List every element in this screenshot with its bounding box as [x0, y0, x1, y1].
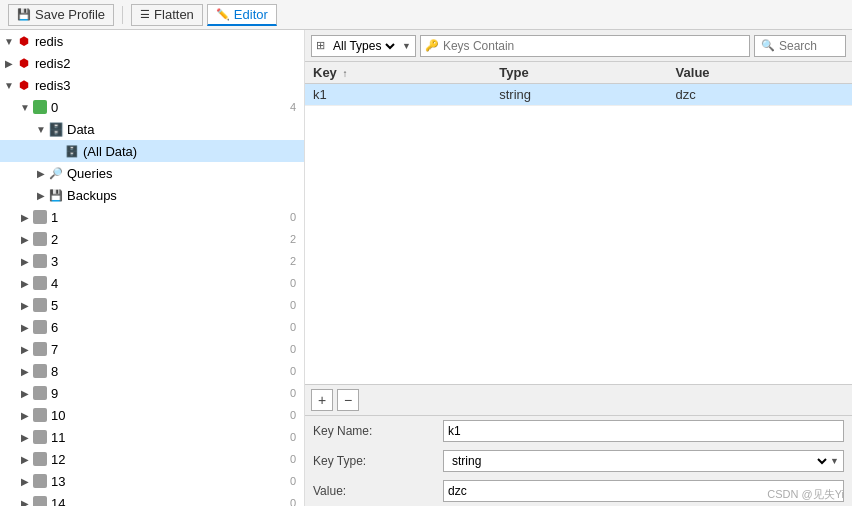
keys-contain-wrapper: 🔑	[420, 35, 750, 57]
sidebar-item-backups[interactable]: ▶ 💾 Backups	[0, 184, 304, 206]
sidebar-item-db11[interactable]: ▶110	[0, 426, 304, 448]
db5-count: 0	[290, 299, 300, 311]
search-icon: 🔍	[761, 39, 775, 52]
db13-icon	[32, 473, 48, 489]
queries-icon: 🔎	[48, 165, 64, 181]
col-type[interactable]: Type	[491, 62, 667, 84]
save-profile-button[interactable]: 💾 Save Profile	[8, 4, 114, 26]
add-button[interactable]: +	[311, 389, 333, 411]
db2-count: 2	[290, 233, 300, 245]
flatten-icon: ☰	[140, 8, 150, 21]
sidebar-item-redis2[interactable]: ▶ ⬢ redis2	[0, 52, 304, 74]
expand-arrow: ▶	[18, 432, 32, 443]
expand-arrow: ▶	[18, 410, 32, 421]
search-input[interactable]	[779, 39, 839, 53]
sidebar-item-db7[interactable]: ▶70	[0, 338, 304, 360]
keytype-select-wrap[interactable]: string hash list set zset ▼	[443, 450, 844, 472]
db10-icon	[32, 407, 48, 423]
db11-icon	[32, 429, 48, 445]
backups-label: Backups	[67, 188, 300, 203]
sidebar-item-db5[interactable]: ▶50	[0, 294, 304, 316]
db0-icon	[32, 99, 48, 115]
sidebar-item-redis[interactable]: ▼ ⬢ redis	[0, 30, 304, 52]
expand-arrow: ▶	[34, 190, 48, 201]
data-table-wrap: Key ↑ Type Value k1 string dzc	[305, 62, 852, 384]
sidebar-item-db0[interactable]: ▼ 0 4	[0, 96, 304, 118]
col-key[interactable]: Key ↑	[305, 62, 491, 84]
db13-label: 13	[51, 474, 290, 489]
flatten-button[interactable]: ☰ Flatten	[131, 4, 203, 26]
cell-key: k1	[305, 84, 491, 106]
sidebar-item-db8[interactable]: ▶80	[0, 360, 304, 382]
table-row[interactable]: k1 string dzc	[305, 84, 852, 106]
sort-arrow-icon: ↑	[342, 68, 347, 79]
sidebar-item-db3[interactable]: ▶32	[0, 250, 304, 272]
db6-count: 0	[290, 321, 300, 333]
sidebar: ▼ ⬢ redis ▶ ⬢ redis2 ▼ ⬢ redis3 ▼ 0 4 ▼ …	[0, 30, 305, 506]
expand-arrow: ▶	[18, 278, 32, 289]
sidebar-item-db4[interactable]: ▶40	[0, 272, 304, 294]
db10-label: 10	[51, 408, 290, 423]
db1-label: 1	[51, 210, 290, 225]
sidebar-item-data[interactable]: ▼ 🗄️ Data	[0, 118, 304, 140]
db11-count: 0	[290, 431, 300, 443]
cell-type: string	[491, 84, 667, 106]
sidebar-item-db2[interactable]: ▶22	[0, 228, 304, 250]
keytype-dropdown-icon: ▼	[830, 456, 839, 466]
backups-icon: 💾	[48, 187, 64, 203]
sidebar-item-db6[interactable]: ▶60	[0, 316, 304, 338]
db5-icon	[32, 297, 48, 313]
redis3-icon: ⬢	[16, 77, 32, 93]
db2-label: 2	[51, 232, 290, 247]
remove-button[interactable]: −	[337, 389, 359, 411]
sidebar-item-db9[interactable]: ▶90	[0, 382, 304, 404]
redis-icon: ⬢	[16, 33, 32, 49]
expand-arrow: ▶	[18, 300, 32, 311]
expand-arrow: ▶	[18, 498, 32, 507]
sidebar-item-db14[interactable]: ▶140	[0, 492, 304, 506]
expand-arrow: ▶	[18, 454, 32, 465]
redis2-label: redis2	[35, 56, 300, 71]
db4-label: 4	[51, 276, 290, 291]
keyname-input[interactable]	[443, 420, 844, 442]
sidebar-item-db13[interactable]: ▶130	[0, 470, 304, 492]
expand-arrow: ▶	[18, 344, 32, 355]
main-toolbar: 💾 Save Profile ☰ Flatten ✏️ Editor	[0, 0, 852, 30]
sidebar-item-db12[interactable]: ▶120	[0, 448, 304, 470]
keytype-select[interactable]: string hash list set zset	[448, 453, 830, 469]
editor-icon: ✏️	[216, 8, 230, 21]
db2-icon	[32, 231, 48, 247]
db3-label: 3	[51, 254, 290, 269]
sidebar-item-alldata[interactable]: 🗄️ (All Data)	[0, 140, 304, 162]
keys-contain-input[interactable]	[443, 39, 745, 53]
key-icon: 🔑	[425, 39, 439, 52]
main-layout: ▼ ⬢ redis ▶ ⬢ redis2 ▼ ⬢ redis3 ▼ 0 4 ▼ …	[0, 30, 852, 506]
type-select[interactable]: All Types string hash list set zset	[329, 38, 398, 54]
sidebar-item-db10[interactable]: ▶100	[0, 404, 304, 426]
save-profile-label: Save Profile	[35, 7, 105, 22]
form-row-keytype: Key Type: string hash list set zset ▼	[305, 446, 852, 476]
redis3-label: redis3	[35, 78, 300, 93]
db6-label: 6	[51, 320, 290, 335]
expand-arrow: ▼	[2, 80, 16, 91]
expand-arrow: ▶	[18, 212, 32, 223]
table-header-row: Key ↑ Type Value	[305, 62, 852, 84]
type-select-wrapper[interactable]: ⊞ All Types string hash list set zset ▼	[311, 35, 416, 57]
sidebar-item-redis3[interactable]: ▼ ⬢ redis3	[0, 74, 304, 96]
db7-icon	[32, 341, 48, 357]
cell-value: dzc	[668, 84, 852, 106]
expand-arrow: ▶	[18, 256, 32, 267]
db3-count: 2	[290, 255, 300, 267]
expand-arrow: ▼	[2, 36, 16, 47]
sidebar-item-queries[interactable]: ▶ 🔎 Queries	[0, 162, 304, 184]
save-icon: 💾	[17, 8, 31, 21]
dropdown-arrow-icon: ▼	[402, 41, 411, 51]
col-value[interactable]: Value	[668, 62, 852, 84]
expand-arrow: ▶	[18, 388, 32, 399]
watermark: CSDN @见失Yi	[767, 487, 844, 502]
expand-arrow: ▶	[18, 322, 32, 333]
db4-count: 0	[290, 277, 300, 289]
db14-count: 0	[290, 497, 300, 506]
editor-button[interactable]: ✏️ Editor	[207, 4, 277, 26]
sidebar-item-db1[interactable]: ▶10	[0, 206, 304, 228]
